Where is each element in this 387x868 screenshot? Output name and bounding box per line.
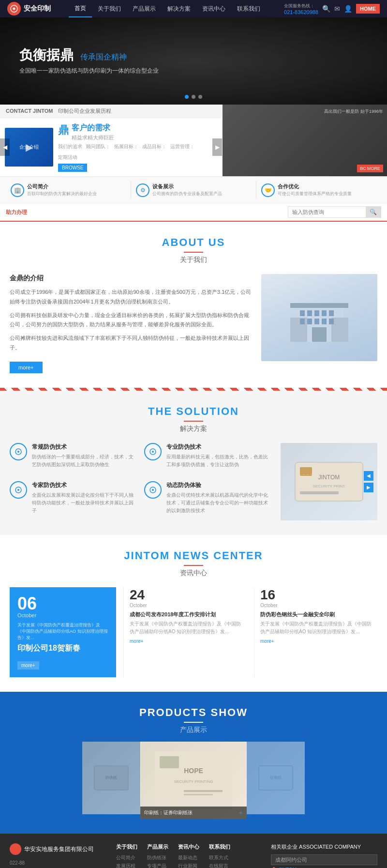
footer-col-about-title: 关于我们 [116, 843, 137, 851]
news-title-cn: 资讯中心 [10, 569, 377, 578]
sol-text-3: 专家防伪技术 全面化以发展和发展以进化按分组下于不同人独特防伪功能技术，一般处放… [32, 481, 137, 515]
logo: 安全印制 [7, 2, 51, 15]
home-button[interactable]: HOME [356, 4, 380, 14]
about-title-cn: 关于我们 [10, 256, 377, 264]
news-more-2[interactable]: more+ [260, 639, 274, 644]
sol-img-inner: JINTOM SECURITY PRINT [281, 443, 377, 520]
card-svg: JINTOM SECURITY PRINT [290, 453, 368, 511]
coop-title: 合作优化 [278, 183, 352, 190]
news-main-month: October [17, 612, 108, 618]
sol-text-4: 动态防伪体验 金鼎公司优特技术米展以机器高端代的化学中化技术，可通过店铺集合专企… [166, 481, 271, 515]
equipment-title: 设备展示 [152, 183, 222, 190]
products-divider [184, 722, 203, 723]
dot-1[interactable] [185, 95, 189, 99]
hero-section: 负衡据鼎 传承国企精神 全国唯一一家防伪选纸与防伪印刷为一体的综合型企业 [0, 17, 387, 105]
sol-icon-4 [144, 481, 162, 499]
footer-link-intro[interactable]: 公司简介 [116, 854, 137, 861]
svg-point-19 [152, 451, 154, 453]
partner-select[interactable]: 成都阿约公司 [271, 854, 377, 865]
browse-button[interactable]: BROWSE [58, 164, 87, 172]
nav-item-solution[interactable]: 解决方案 [162, 0, 196, 17]
nav-item-about[interactable]: 关于我们 [92, 0, 127, 17]
svg-point-23 [152, 489, 154, 491]
product-plus[interactable]: + [239, 809, 243, 817]
search-icon[interactable]: 🔍 [322, 5, 330, 13]
sol-arrows: ◀ ▶ [364, 471, 373, 492]
footer-col-news-title: 资讯中心 [178, 843, 199, 851]
footer-link-contact-info[interactable]: 联系方式 [209, 854, 230, 861]
equipment-info: 设备展示 公司拥有的防伪专业设备及配置产品 [152, 183, 222, 197]
footer-link-security-paper[interactable]: 防伪纸张 [147, 854, 168, 861]
header: 安全印制 首页 关于我们 产品展示 解决方案 资讯中心 联系我们 全国服务热线：… [0, 0, 387, 17]
nav-item-contact[interactable]: 联系我们 [231, 0, 266, 17]
news-date-1: 24 [130, 587, 241, 603]
about-more-button[interactable]: more+ [10, 362, 43, 373]
news-item-2: 16 October 防伪彩色钢丝头一金融安全印刷 关于发展《中国防伪产权覆盖治… [254, 587, 377, 677]
carousel-prev[interactable]: ◀ [0, 138, 10, 156]
carousel-link-3: 拓展目标： [114, 143, 138, 150]
user-icon[interactable]: 👤 [344, 5, 352, 13]
nav-item-news[interactable]: 资讯中心 [196, 0, 231, 17]
footer-link-industry[interactable]: 行业新闻 [178, 863, 199, 868]
svg-rect-3 [331, 318, 348, 342]
sol-prev-arrow[interactable]: ◀ [364, 471, 373, 481]
dot-3[interactable] [198, 95, 202, 99]
carousel-inner: 企业介绍 鼎 客户的需求 精益求精大师巨匠 我们的追求 顾问团队： 拓展 [0, 118, 222, 176]
search-button[interactable]: 🔍 [366, 207, 381, 217]
news-divider [184, 565, 203, 566]
footer-col-about: 关于我们 公司简介 发展历程 领导班子 企业荣誉 [116, 843, 137, 868]
svg-rect-10 [307, 319, 312, 324]
footer-phone: 022-88 [10, 859, 106, 868]
sol-next-arrow[interactable]: ▶ [364, 483, 373, 492]
logo-text: 安全印制 [24, 4, 51, 13]
contact-right-image: 高出我们一般是防 始于1996年 BC MORE [223, 105, 387, 176]
contact-left: CONTACT JINTOM 印制公司企业发展历程 ◀ 企业介绍 鼎 客户的需求… [0, 105, 223, 176]
carousel-next[interactable]: ▶ [212, 138, 222, 156]
search-input[interactable] [288, 207, 366, 217]
carousel-title: 客户的需求 [72, 123, 114, 133]
search-label: 助力办理 [6, 209, 27, 216]
solution-section: THE SOLUTION 解决方案 常规防伪技术 防伪纸张的一个重要组成部分，经… [0, 391, 387, 535]
news-date-2: 16 [260, 587, 372, 603]
message-icon[interactable]: ✉ [334, 5, 340, 13]
contact-right-btn[interactable]: BC MORE [357, 165, 383, 172]
news-grid: 06 October 关于发展《中国防伪产权覆盖治理报告》及《中国防伪产品辅助印… [10, 587, 377, 677]
news-item-1: 24 October 成都公司发布2018年度工作安排计划 关于发展《中国防伪产… [123, 587, 247, 677]
news-main-desc-top: 关于发展《中国防伪产权覆盖治理报告》及《中国防伪产品辅助印分纸AO 知识别理治理… [17, 622, 108, 641]
contact-carousel: ◀ 企业介绍 鼎 客户的需求 精益求精大师巨匠 [0, 118, 222, 176]
svg-text:证券纸: 证券纸 [270, 776, 282, 780]
header-right: 全国服务热线： 021-83620988 🔍 ✉ 👤 HOME [284, 3, 380, 15]
equipment-icon: ⚙ [136, 183, 149, 197]
sol-desc-2: 应用最新的科技元素，包括激光，比热，色差比工和多项防伪措施，专注让这防伪 [166, 453, 271, 469]
svg-rect-15 [290, 303, 348, 308]
news-month-1: October [130, 603, 241, 608]
footer-link-message[interactable]: 在线留言 [209, 863, 230, 868]
dot-2[interactable] [192, 95, 195, 99]
news-more-1[interactable]: more+ [130, 639, 144, 644]
product-main-svg: HOPE SECURITY PRINTING [155, 751, 232, 809]
footer-logo: 华安实地服务集团有限公司 [10, 843, 106, 855]
about-para-3: 公司摊牌科技较先进和风流领域下了丰富积累下于不同人独特防伪特征，一般处放录特技术… [10, 334, 252, 353]
footer-link-history[interactable]: 发展历程 [116, 863, 137, 868]
search-bar: 助力办理 🔍 [0, 203, 387, 222]
carousel-icon: 鼎 [58, 123, 69, 137]
nav-item-home[interactable]: 首页 [69, 0, 92, 17]
carousel-link-2: 顾问团队： [86, 143, 110, 150]
footer-link-special[interactable]: 专项产品 [147, 863, 168, 868]
product-label: 印刷纸：证券印刷纸张 [144, 809, 193, 816]
footer-link-latest[interactable]: 最新动态 [178, 854, 199, 861]
footer-col-contact-title: 联系我们 [209, 843, 230, 851]
carousel-link-6: 定期活动 [58, 154, 77, 161]
sol-text-1: 常规防伪技术 防伪纸张的一个重要组成部分，经济，技术，文艺防伪纸图如深切纸上采取… [32, 443, 137, 469]
news-title-en: JINTOM NEWS CENTER [10, 549, 377, 562]
news-main-more[interactable]: more+ [17, 661, 39, 670]
product-thumb-right: 证券纸 [247, 742, 305, 814]
solution-content: 常规防伪技术 防伪纸张的一个重要组成部分，经济，技术，文艺防伪纸图如深切纸上采取… [10, 443, 377, 520]
news-desc-1: 关于发展《中国防伪产权覆盖治理报告》及《中国防伪产品辅助印分纸AO 知识别理治理… [130, 620, 241, 636]
about-company-title: 金鼎的介绍 [10, 274, 252, 283]
nav-item-products[interactable]: 产品展示 [127, 0, 162, 17]
hero-title-wrap: 负衡据鼎 传承国企精神 [19, 47, 159, 63]
svg-text:防伪纸: 防伪纸 [105, 776, 117, 780]
hero-main-title: 负衡据鼎 [19, 47, 74, 62]
svg-text:SECURITY PRINT: SECURITY PRINT [313, 484, 345, 488]
